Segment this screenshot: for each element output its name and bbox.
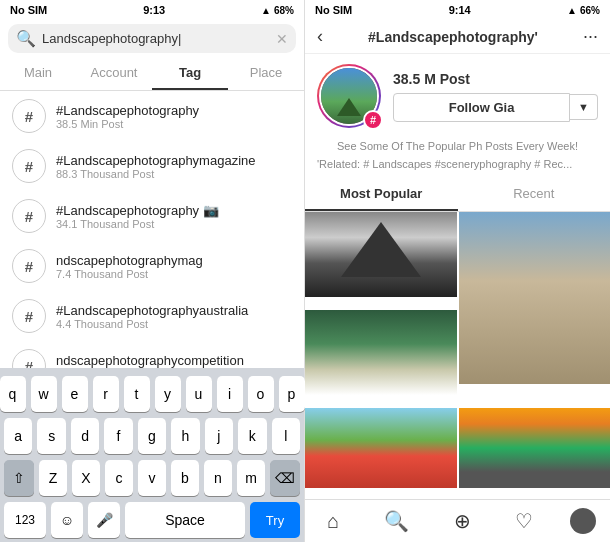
see-popular-text: See Some Of The Popular Ph Posts Every W… [305,138,610,158]
photo-red-field[interactable] [305,408,457,488]
tab-main[interactable]: Main [0,57,76,90]
nav-add[interactable]: ⊕ [446,509,479,533]
wifi-icon-right: ▲ [567,5,577,16]
follow-row: Follow Gia ▼ [393,93,598,122]
kb-row-2: a s d f g h j k l [4,418,300,454]
nav-home[interactable]: ⌂ [319,510,347,533]
result-name-1: #Landscapephotographymagazine [56,153,256,168]
time-left: 9:13 [143,4,165,16]
tab-tag[interactable]: Tag [152,57,228,90]
key-h[interactable]: h [171,418,199,454]
hash-icon-5: # [12,349,46,368]
clear-icon[interactable]: ✕ [276,31,288,47]
hash-icon-1: # [12,149,46,183]
result-item-3[interactable]: # ndscapephotographymag 7.4 Thousand Pos… [0,241,304,291]
tag-hero: # 38.5 M Post Follow Gia ▼ [305,54,610,138]
key-mic[interactable]: 🎤 [88,502,120,538]
carrier-left: No SIM [10,4,47,16]
key-l[interactable]: l [272,418,300,454]
key-e[interactable]: e [62,376,88,412]
key-u[interactable]: u [186,376,212,412]
result-count-1: 88.3 Thousand Post [56,168,256,180]
key-g[interactable]: g [138,418,166,454]
key-x[interactable]: X [72,460,100,496]
key-t[interactable]: t [124,376,150,412]
key-n[interactable]: n [204,460,232,496]
key-z[interactable]: Z [39,460,67,496]
follow-button[interactable]: Follow Gia [393,93,570,122]
result-item-1[interactable]: # #Landscapephotographymagazine 88.3 Tho… [0,141,304,191]
keyboard: q w e r t y u i o p a s d f g h j k l ⇧ … [0,368,304,542]
key-y[interactable]: y [155,376,181,412]
hash-icon-4: # [12,299,46,333]
key-return[interactable]: Try [250,502,300,538]
key-m[interactable]: m [237,460,265,496]
status-bar-right: No SIM 9:14 ▲ 66% [305,0,610,20]
kb-row-1: q w e r t y u i o p [4,376,300,412]
search-bar[interactable]: 🔍 ✕ [8,24,296,53]
key-w[interactable]: w [31,376,57,412]
key-d[interactable]: d [71,418,99,454]
follow-dropdown[interactable]: ▼ [570,94,598,120]
key-q[interactable]: q [0,376,26,412]
key-j[interactable]: j [205,418,233,454]
hash-icon-2: # [12,199,46,233]
kb-row-3: ⇧ Z X c v b n m ⌫ [4,460,300,496]
tab-account[interactable]: Account [76,57,152,90]
key-i[interactable]: i [217,376,243,412]
key-p[interactable]: p [279,376,305,412]
right-panel: No SIM 9:14 ▲ 66% ‹ #Landscapephotograph… [305,0,610,542]
key-a[interactable]: a [4,418,32,454]
tag-info: 38.5 M Post Follow Gia ▼ [393,71,598,122]
photo-mountains[interactable] [459,408,611,488]
back-button[interactable]: ‹ [317,26,323,47]
delete-key[interactable]: ⌫ [270,460,300,496]
key-123[interactable]: 123 [4,502,46,538]
key-c[interactable]: c [105,460,133,496]
photo-grid [305,212,610,499]
result-name-0: #Landscapephotography [56,103,199,118]
more-button[interactable]: ··· [583,26,598,47]
post-count: 38.5 M Post [393,71,598,87]
battery-left: 68% [274,5,294,16]
carrier-right: No SIM [315,4,352,16]
tag-avatar: # [317,64,381,128]
key-emoji[interactable]: ☺ [51,502,83,538]
related-tags: 'Related: # Landscapes #sceneryphography… [305,158,610,178]
key-v[interactable]: v [138,460,166,496]
hash-badge: # [363,110,383,130]
result-item-2[interactable]: # #Landscapephotography 📷 34.1 Thousand … [0,191,304,241]
tab-place[interactable]: Place [228,57,304,90]
status-icons-right: ▲ 66% [567,5,600,16]
search-input[interactable] [42,31,270,46]
photo-bw-mountain[interactable] [305,212,457,297]
nav-profile[interactable] [570,508,596,534]
key-b[interactable]: b [171,460,199,496]
tab-recent[interactable]: Recent [458,178,611,211]
key-s[interactable]: s [37,418,65,454]
result-item-4[interactable]: # #Landscapephotographyaustralia 4.4 Tho… [0,291,304,341]
photo-waterfall[interactable] [305,310,457,395]
key-space[interactable]: Space [125,502,245,538]
tab-most-popular[interactable]: Most Popular [305,178,458,211]
key-f[interactable]: f [104,418,132,454]
result-count-3: 7.4 Thousand Post [56,268,203,280]
photo-hiker[interactable] [459,212,611,384]
result-item-5[interactable]: # ndscapephotographycompetition 3.1 Thou… [0,341,304,368]
status-bar-left: No SIM 9:13 ▲ 68% [0,0,304,20]
shift-key[interactable]: ⇧ [4,460,34,496]
right-header: ‹ #Landscapephotography' ··· [305,20,610,54]
result-name-4: #Landscapephotographyaustralia [56,303,248,318]
key-k[interactable]: k [238,418,266,454]
hash-icon-0: # [12,99,46,133]
result-item-0[interactable]: # #Landscapephotography 38.5 Min Post [0,91,304,141]
search-icon: 🔍 [16,29,36,48]
key-r[interactable]: r [93,376,119,412]
nav-search[interactable]: 🔍 [376,509,417,533]
result-count-0: 38.5 Min Post [56,118,199,130]
hash-icon-3: # [12,249,46,283]
key-o[interactable]: o [248,376,274,412]
nav-likes[interactable]: ♡ [507,509,541,533]
result-count-2: 34.1 Thousand Post [56,218,219,230]
nav-tabs: Main Account Tag Place [0,57,304,91]
